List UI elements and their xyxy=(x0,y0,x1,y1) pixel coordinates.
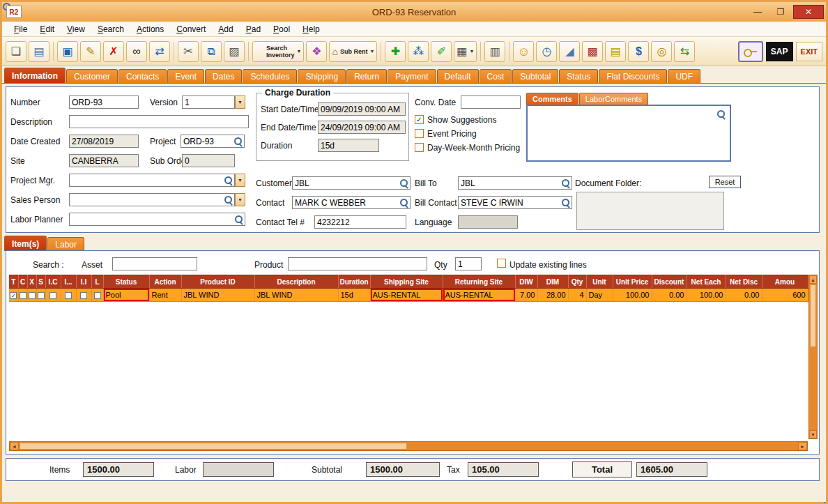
row-checkbox[interactable] xyxy=(29,292,36,299)
row-cell[interactable] xyxy=(45,289,61,302)
security-key-button[interactable] xyxy=(738,41,763,62)
cut-button[interactable]: ✂ xyxy=(178,41,199,62)
cell-net-disc[interactable]: 0.00 xyxy=(726,289,762,302)
row-cell[interactable] xyxy=(61,289,76,302)
scroll-left-button[interactable]: ◄ xyxy=(10,442,19,450)
date-created-field[interactable] xyxy=(69,135,139,148)
product-field[interactable] xyxy=(288,257,427,270)
row-checkbox[interactable] xyxy=(49,292,56,299)
cell-returning-site[interactable]: AUS-RENTAL xyxy=(443,289,515,302)
version-field[interactable] xyxy=(182,96,235,109)
description-field[interactable] xyxy=(69,115,249,128)
search-icon[interactable] xyxy=(716,109,726,119)
tab-schedules[interactable]: Schedules xyxy=(243,69,297,83)
cell-description[interactable]: JBL WIND xyxy=(254,289,338,302)
cell-unit[interactable]: Day xyxy=(586,289,613,302)
tab-shipping[interactable]: Shipping xyxy=(298,69,346,83)
paste-button[interactable]: ▨ xyxy=(224,41,245,62)
horizontal-scrollbar[interactable]: ◄ ► xyxy=(9,441,808,451)
row-cell[interactable] xyxy=(36,289,45,302)
cell-dim[interactable]: 28.00 xyxy=(537,289,568,302)
menu-pool[interactable]: Pool xyxy=(267,23,296,36)
menu-pad[interactable]: Pad xyxy=(240,23,267,36)
sub-rent-button[interactable]: ⌂ Sub Rent ▼ xyxy=(329,41,377,62)
row-cell[interactable] xyxy=(76,289,91,302)
tab-comments[interactable]: Comments xyxy=(526,93,578,105)
search-icon[interactable] xyxy=(561,178,570,188)
eraser-button[interactable]: ◢ xyxy=(559,41,580,62)
save-button[interactable]: ▣ xyxy=(57,41,78,62)
notes-button[interactable]: ▤ xyxy=(605,41,626,62)
search-icon[interactable] xyxy=(399,198,408,207)
update-existing-lines-checkbox[interactable] xyxy=(497,259,506,268)
search-inventory-button[interactable]: SearchInventory ▼ xyxy=(252,41,304,62)
print-labels-button[interactable]: ▥ xyxy=(484,41,505,62)
tab-flat-discounts[interactable]: Flat Discounts xyxy=(599,69,667,83)
project-mgr-dropdown-button[interactable]: ▼ xyxy=(235,174,245,187)
contact-tel-field[interactable] xyxy=(314,215,406,229)
tab-payment[interactable]: Payment xyxy=(388,69,436,83)
grid-button[interactable]: ▦▼ xyxy=(454,41,477,62)
vertical-scroll-thumb[interactable] xyxy=(810,284,816,347)
smiley-button[interactable]: ☺ xyxy=(513,41,534,62)
tab-subtotal[interactable]: Subtotal xyxy=(512,69,558,83)
copy-button[interactable]: ⧉ xyxy=(201,41,222,62)
menu-file[interactable]: File xyxy=(8,23,33,36)
conv-date-field[interactable] xyxy=(461,96,521,109)
search-icon[interactable] xyxy=(224,195,233,204)
row-cell[interactable] xyxy=(27,289,36,302)
transfer-button[interactable]: ⇆ xyxy=(674,41,695,62)
search-icon[interactable] xyxy=(399,178,408,188)
cell-status[interactable]: Pool xyxy=(103,289,149,302)
menu-actions[interactable]: Actions xyxy=(130,23,170,36)
cell-amount[interactable]: 600 xyxy=(762,289,808,302)
cell-discount[interactable]: 0.00 xyxy=(652,289,687,302)
menu-view[interactable]: View xyxy=(61,23,91,36)
tab-customer[interactable]: Customer xyxy=(66,69,118,83)
cell-action[interactable]: Rent xyxy=(149,289,181,302)
tab-default[interactable]: Default xyxy=(437,69,479,83)
convert-button[interactable]: ⇄ xyxy=(149,41,170,62)
tab-labor-comments[interactable]: LaborComments xyxy=(579,93,648,105)
exit-button[interactable]: EXIT xyxy=(796,42,822,61)
version-dropdown-button[interactable]: ▼ xyxy=(235,96,245,109)
clock-button[interactable]: ◷ xyxy=(536,41,557,62)
row-checkbox[interactable] xyxy=(20,292,26,299)
new-document-button[interactable]: ❏ xyxy=(6,41,26,62)
tab-dates[interactable]: Dates xyxy=(205,69,242,83)
delete-button[interactable]: ✗ xyxy=(103,41,124,62)
duration-field[interactable] xyxy=(318,139,379,152)
number-field[interactable] xyxy=(69,96,139,109)
customer-field[interactable] xyxy=(292,176,411,190)
tab-labor[interactable]: Labor xyxy=(47,237,84,251)
3d-shapes-button[interactable]: ❖ xyxy=(306,41,327,62)
cell-diw[interactable]: 7.00 xyxy=(515,289,537,302)
cell-duration[interactable]: 15d xyxy=(338,289,370,302)
bill-contact-field[interactable] xyxy=(458,196,572,209)
scroll-down-button[interactable]: ▼ xyxy=(809,430,817,438)
menu-search[interactable]: Search xyxy=(91,23,130,36)
tab-status[interactable]: Status xyxy=(559,69,598,83)
row-checkbox[interactable]: ✓ xyxy=(10,292,17,299)
row-checkbox[interactable] xyxy=(80,292,87,299)
tab-udf[interactable]: UDF xyxy=(668,69,700,83)
money-button[interactable]: ◎ xyxy=(651,41,672,62)
circles-cluster-button[interactable]: ⁂ xyxy=(408,41,429,62)
site-field[interactable] xyxy=(69,154,139,167)
qty-field[interactable] xyxy=(455,257,482,270)
contact-field[interactable] xyxy=(292,196,411,209)
menu-convert[interactable]: Convert xyxy=(170,23,212,36)
search-icon[interactable] xyxy=(561,198,570,207)
menu-edit[interactable]: Edit xyxy=(33,23,61,36)
project-mgr-field[interactable] xyxy=(69,174,235,187)
cube-stack-button[interactable]: ▩ xyxy=(582,41,603,62)
tab-return[interactable]: Return xyxy=(346,69,387,83)
asset-field[interactable] xyxy=(112,257,197,270)
menu-help[interactable]: Help xyxy=(296,23,326,36)
edit-note-button[interactable]: ✐ xyxy=(431,41,452,62)
show-suggestions-checkbox[interactable]: ✓ xyxy=(415,115,424,124)
find-button[interactable]: ∞ xyxy=(126,41,147,62)
cell-product-id[interactable]: JBL WIND xyxy=(181,289,254,302)
cell-qty[interactable]: 4 xyxy=(568,289,586,302)
close-button[interactable]: ✕ xyxy=(793,5,824,19)
